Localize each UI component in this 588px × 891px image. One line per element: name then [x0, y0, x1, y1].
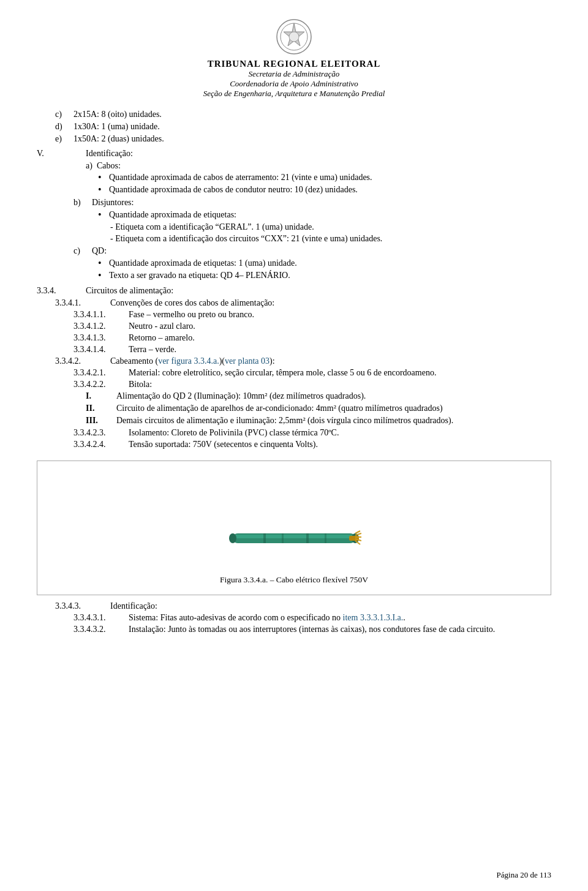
disjuntores-bullet-text-1: Quantidade aproximada de etiquetas:: [109, 210, 551, 220]
roman-item-ii: II. Circuito de alimentação de aparelhos…: [86, 404, 551, 413]
header-title: TRIBUNAL REGIONAL ELEITORAL: [37, 59, 551, 69]
bullet-icon-3: •: [98, 209, 109, 220]
disjuntores-heading: b) Disjuntores:: [74, 198, 551, 208]
roman-text-i: Alimentação do QD 2 (Iluminação): 10mm² …: [116, 391, 551, 401]
section-33422-text: Bitola:: [129, 380, 551, 389]
roman-item-iii: III. Demais circuitos de alimentação e i…: [86, 416, 551, 426]
section-33421: 3.3.4.2.1. Material: cobre eletrolítico,…: [74, 368, 551, 378]
list-label-d: d): [55, 122, 74, 132]
section-33431-num: 3.3.4.3.1.: [74, 613, 129, 623]
list-item-d: d) 1x30A: 1 (uma) unidade.: [55, 122, 551, 132]
section-33422-num: 3.3.4.2.2.: [74, 380, 129, 389]
svg-rect-17: [325, 533, 326, 543]
section-33431: 3.3.4.3.1. Sistema: Fitas auto-adesivas …: [74, 613, 551, 623]
cabos-heading: a) Cabos:: [86, 161, 551, 171]
svg-point-3: [289, 32, 299, 42]
section-33424: 3.3.4.2.4. Tensão suportada: 750V (setec…: [74, 440, 551, 449]
header-sub1: Secretaria de Administração: [37, 69, 551, 79]
section-33424-text: Tensão suportada: 750V (setecentos e cin…: [129, 440, 551, 449]
figure-caption: Figura 3.3.4.a. – Cabo elétrico flexível…: [220, 575, 368, 585]
section-3341-num: 3.3.4.1.: [55, 298, 110, 308]
section-33432: 3.3.4.3.2. Instalação: Junto às tomadas …: [74, 625, 551, 634]
svg-rect-14: [263, 533, 266, 543]
section-33411-num: 3.3.4.1.1.: [74, 310, 129, 320]
section-33412: 3.3.4.1.2. Neutro - azul claro.: [74, 321, 551, 331]
roman-num-i: I.: [86, 391, 116, 401]
section-33431-text-before: Sistema: Fitas auto-adesivas de acordo c…: [129, 613, 343, 622]
section-334-num: 3.3.4.: [37, 286, 86, 296]
list-item-c: c) 2x15A: 8 (oito) unidades.: [55, 110, 551, 119]
section-3343: 3.3.4.3. Identificação:: [55, 601, 551, 611]
section-33432-num: 3.3.4.3.2.: [74, 625, 129, 634]
cabos-bullet-text-1: Quantidade aproximada de cabos de aterra…: [109, 173, 551, 182]
coat-of-arms-icon: [276, 18, 312, 55]
main-content: c) 2x15A: 8 (oito) unidades. d) 1x30A: 1…: [37, 110, 551, 634]
svg-line-9: [355, 531, 360, 533]
bullet-icon-2: •: [98, 184, 109, 195]
section-33431-text: Sistema: Fitas auto-adesivas de acordo c…: [129, 613, 551, 623]
svg-rect-5: [233, 535, 355, 538]
section-33423: 3.3.4.2.3. Isolamento: Cloreto de Polivi…: [74, 428, 551, 438]
disjuntores-bullet-1: • Quantidade aproximada de etiquetas:: [98, 210, 551, 220]
list-item-e: e) 1x50A: 2 (duas) unidades.: [55, 134, 551, 144]
section-334: 3.3.4. Circuitos de alimentação:: [37, 286, 551, 296]
section-3342-link1[interactable]: ver figura 3.3.4.a.: [158, 356, 219, 366]
list-text-d: 1x30A: 1 (uma) unidade.: [74, 122, 551, 132]
section-33423-text: Isolamento: Cloreto de Polivinila (PVC) …: [129, 428, 551, 438]
cable-svg: [227, 520, 361, 557]
qd-bullet-2: • Texto a ser gravado na etiqueta: QD 4–…: [98, 271, 551, 281]
section-3343-num: 3.3.4.3.: [55, 601, 110, 611]
qd-bullet-text-1: Quantidade aproximada de etiquetas: 1 (u…: [109, 258, 551, 268]
cabos-bullet-1: • Quantidade aproximada de cabos de ater…: [98, 173, 551, 183]
section-v-text: Identificação:: [86, 149, 551, 159]
cable-image: [227, 520, 361, 557]
section-3342-num: 3.3.4.2.: [55, 356, 110, 366]
section-3342-link2[interactable]: ver planta 03: [225, 356, 270, 366]
qd-bullet-text-2: Texto a ser gravado na etiqueta: QD 4– P…: [109, 271, 551, 280]
section-33412-text: Neutro - azul claro.: [129, 321, 551, 331]
header-sub3: Seção de Engenharia, Arquitetura e Manut…: [37, 89, 551, 99]
list-label-c: c): [55, 110, 74, 119]
section-33422: 3.3.4.2.2. Bitola:: [74, 380, 551, 389]
section-33432-text: Instalação: Junto às tomadas ou aos inte…: [129, 625, 551, 634]
section-3341-text: Convenções de cores dos cabos de aliment…: [110, 298, 551, 308]
section-334-text: Circuitos de alimentação:: [86, 286, 551, 296]
disjuntores-label: b): [74, 198, 92, 208]
section-33431-text-after: .: [403, 613, 405, 622]
roman-num-iii: III.: [86, 416, 116, 426]
roman-item-i: I. Alimentação do QD 2 (Iluminação): 10m…: [86, 391, 551, 401]
section-3342: 3.3.4.2. Cabeamento (ver figura 3.3.4.a.…: [55, 356, 551, 366]
disjuntores-sub-text-2: - Etiqueta com a identificação dos circu…: [110, 234, 382, 243]
section-v: V. Identificação:: [37, 149, 551, 159]
bullet-icon-1: •: [98, 172, 109, 183]
disjuntores-sub-1: - Etiqueta com a identificação “GERAL”. …: [110, 222, 551, 232]
disjuntores-sub-text-1: - Etiqueta com a identificação “GERAL”. …: [110, 222, 314, 231]
cabos-bullet-2: • Quantidade aproximada de cabos de cond…: [98, 185, 551, 195]
section-33421-num: 3.3.4.2.1.: [74, 368, 129, 378]
page-header: TRIBUNAL REGIONAL ELEITORAL Secretaria d…: [37, 18, 551, 99]
qd-label: c): [74, 246, 92, 256]
list-text-e: 1x50A: 2 (duas) unidades.: [74, 134, 551, 144]
section-3342-text-after: ):: [270, 356, 275, 366]
section-33413: 3.3.4.1.3. Retorno – amarelo.: [74, 333, 551, 343]
section-33421-text: Material: cobre eletrolítico, seção circ…: [129, 368, 551, 378]
svg-rect-15: [282, 533, 284, 543]
section-33411: 3.3.4.1.1. Fase – vermelho ou preto ou b…: [74, 310, 551, 320]
section-v-num: V.: [37, 149, 86, 159]
disjuntores-text: Disjuntores:: [92, 198, 551, 208]
svg-point-6: [229, 533, 236, 543]
page-number: Página 20 de 113: [497, 870, 551, 879]
svg-rect-16: [306, 533, 309, 543]
section-33411-text: Fase – vermelho ou preto ou branco.: [129, 310, 551, 320]
section-33414-text: Terra – verde.: [129, 345, 551, 355]
bullet-icon-5: •: [98, 270, 109, 281]
section-3342-text-before: Cabeamento (: [110, 356, 158, 366]
cabos-bullet-text-2: Quantidade aproximada de cabos de condut…: [109, 185, 551, 195]
roman-num-ii: II.: [86, 404, 116, 413]
section-33413-text: Retorno – amarelo.: [129, 333, 551, 343]
bullet-icon-4: •: [98, 258, 109, 269]
section-33414: 3.3.4.1.4. Terra – verde.: [74, 345, 551, 355]
cabos-heading-text: a) Cabos:: [86, 161, 121, 171]
page-footer: Página 20 de 113: [497, 870, 551, 880]
section-33431-link[interactable]: item 3.3.3.1.3.I.a.: [343, 613, 404, 622]
